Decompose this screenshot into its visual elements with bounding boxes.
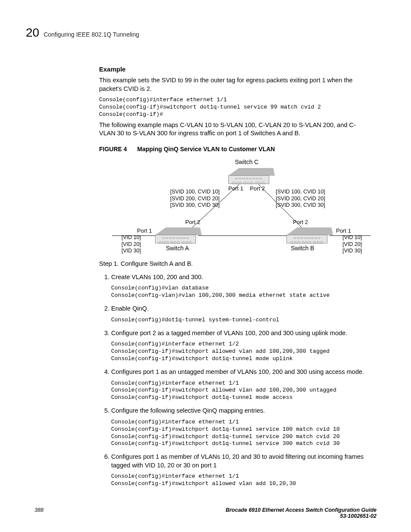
left-v-tag-3: [VID 30]: [121, 248, 141, 254]
switch-b-label: Switch B: [291, 245, 314, 252]
right-v-tag-2: [VID 20]: [342, 241, 362, 247]
steps-list: Create VLANs 100, 200 and 300. Console(c…: [99, 273, 368, 488]
step-2-code: Console(config)#dot1q-tunnel system-tunn…: [111, 317, 368, 324]
step-1-code: Console(config)#vlan database Console(co…: [111, 285, 368, 299]
left-v-tag-2: [VID 20]: [121, 241, 141, 247]
switch-b-port2-label: Port 2: [293, 219, 308, 225]
step-2: Enable QinQ. Console(config)#dot1q-tunne…: [111, 305, 368, 324]
step-3-code: Console(config)#interface ethernet 1/2 C…: [111, 341, 368, 363]
switch-b-port1-label: Port 1: [336, 227, 351, 234]
step-3: Configure port 2 as a tagged member of V…: [111, 329, 368, 363]
right-s-tag-2: [SVID 200, CVID 20]: [276, 196, 325, 202]
right-s-tag-3: [SVID 300, CVID 30]: [276, 202, 325, 208]
right-svid-tags: [SVID 100, CVID 10] [SVID 200, CVID 20] …: [276, 189, 325, 209]
page-header: 20 Configuring IEEE 802.1Q Tunneling: [26, 26, 377, 40]
left-vid-tags: [VID 10] [VID 20] [VID 30]: [121, 234, 141, 255]
left-v-tag-1: [VID 10]: [121, 234, 141, 240]
example-followup: The following example maps C-VLAN 10 to …: [99, 121, 368, 138]
left-svid-tags: [SVID 100, CVID 10] [SVID 200, CVID 20] …: [170, 189, 220, 209]
book-title: Brocade 6910 Ethernet Access Switch Conf…: [226, 507, 377, 513]
step-intro: Step 1. Configure Switch A and B.: [99, 260, 368, 267]
right-v-tag-3: [VID 30]: [342, 248, 362, 254]
step-2-text: Enable QinQ.: [111, 305, 368, 313]
example-code: Console(config)#interface ethernet 1/1 C…: [99, 96, 368, 118]
step-1-text: Create VLANs 100, 200 and 300.: [111, 273, 368, 282]
switch-a-port2-label: Port 2: [185, 219, 200, 225]
right-s-tag-1: [SVID 100, CVID 10]: [276, 189, 325, 195]
step-6-text: Configures port 1 as member of VLANs 10,…: [111, 453, 368, 470]
step-4-text: Configures port 1 as an untagged member …: [111, 368, 368, 376]
figure-caption: FIGURE 4 Mapping QinQ Service VLAN to Cu…: [99, 146, 368, 152]
step-6-code: Console(config)#interface ethernet 1/1 C…: [111, 473, 368, 488]
left-s-tag-3: [SVID 300, CVID 30]: [170, 202, 220, 208]
switch-c-icon: ▭▭▭▭▭▭▭▭▢▢▢ ▢▢▢ ▢▢▢: [228, 168, 275, 184]
switch-b-icon: ▭▭▭▭▭▭▭▭▢▢▢ ▢▢▢ ▢▢▢: [286, 227, 333, 244]
step-1: Create VLANs 100, 200 and 300. Console(c…: [111, 273, 368, 299]
example-heading: Example: [99, 65, 368, 73]
switch-c-label: Switch C: [235, 159, 258, 165]
step-5-code: Console(config)#interface ethernet 1/1 C…: [111, 419, 368, 448]
qinq-mapping-diagram: ▭▭▭▭▭▭▭▭▢▢▢ ▢▢▢ ▢▢▢ Switch C Port 1 Port…: [112, 159, 371, 253]
right-vid-tags: [VID 10] [VID 20] [VID 30]: [342, 234, 362, 255]
right-v-tag-1: [VID 10]: [342, 234, 362, 240]
figure-caption-text: Mapping QinQ Service VLAN to Customer VL…: [137, 146, 275, 152]
step-4-code: Console(config)#interface ethernet 1/1 C…: [111, 380, 368, 402]
chapter-number: 20: [26, 26, 39, 40]
step-5-text: Configure the following selective QinQ m…: [111, 407, 368, 415]
step-4: Configures port 1 as an untagged member …: [111, 368, 368, 401]
left-s-tag-2: [SVID 200, CVID 20]: [170, 196, 220, 202]
switch-a-icon: ▭▭▭▭▭▭▭▭▢▢▢ ▢▢▢ ▢▢▢: [155, 227, 202, 244]
example-intro: This example sets the SVID to 99 in the …: [99, 76, 368, 93]
switch-c-port2-label: Port 2: [250, 185, 265, 192]
switch-a-port1-label: Port 1: [137, 227, 152, 234]
switch-c-port1-label: Port 1: [228, 185, 243, 192]
chapter-title: Configuring IEEE 802.1Q Tunneling: [44, 31, 139, 38]
figure-label-word: FIGURE 4: [99, 146, 127, 152]
step-3-text: Configure port 2 as a tagged member of V…: [111, 329, 368, 338]
step-6: Configures port 1 as member of VLANs 10,…: [111, 453, 368, 488]
page-number: 388: [34, 507, 44, 519]
left-s-tag-1: [SVID 100, CVID 10]: [170, 189, 220, 195]
step-5: Configure the following selective QinQ m…: [111, 407, 368, 448]
page-footer: 388 Brocade 6910 Ethernet Access Switch …: [34, 507, 377, 519]
switch-a-label: Switch A: [166, 245, 189, 252]
doc-id: 53-1002651-02: [226, 513, 377, 519]
